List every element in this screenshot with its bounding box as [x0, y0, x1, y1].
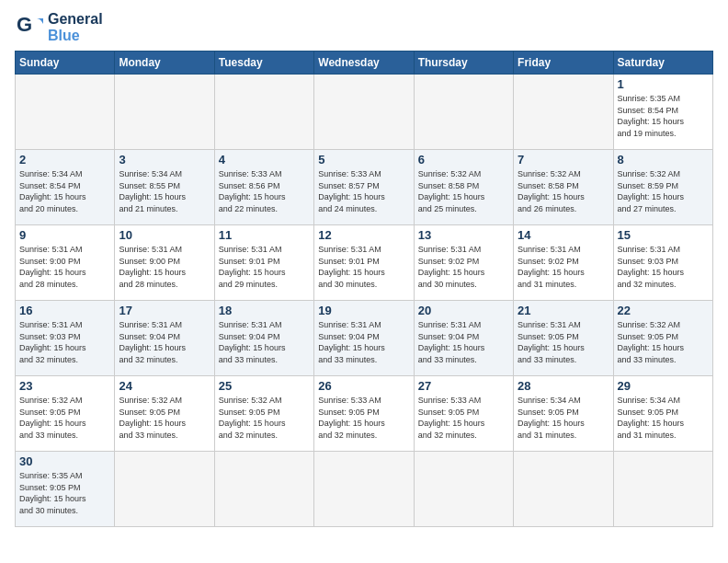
table-row: 17Sunrise: 5:31 AM Sunset: 9:04 PM Dayli…	[115, 301, 214, 376]
day-number: 26	[318, 379, 409, 393]
day-info: Sunrise: 5:35 AM Sunset: 8:54 PM Dayligh…	[618, 93, 709, 139]
day-info: Sunrise: 5:31 AM Sunset: 9:01 PM Dayligh…	[219, 244, 310, 290]
table-row	[314, 75, 414, 150]
table-row: 1Sunrise: 5:35 AM Sunset: 8:54 PM Daylig…	[613, 75, 712, 150]
calendar-row-1: 1Sunrise: 5:35 AM Sunset: 8:54 PM Daylig…	[16, 75, 713, 150]
logo: G General Blue	[15, 11, 103, 43]
table-row: 27Sunrise: 5:33 AM Sunset: 9:05 PM Dayli…	[414, 376, 513, 452]
calendar-table: Sunday Monday Tuesday Wednesday Thursday…	[15, 51, 713, 527]
table-row	[214, 452, 313, 527]
table-row	[514, 75, 613, 150]
table-row: 14Sunrise: 5:31 AM Sunset: 9:02 PM Dayli…	[514, 225, 613, 301]
day-number: 8	[618, 153, 709, 167]
day-info: Sunrise: 5:31 AM Sunset: 9:02 PM Dayligh…	[518, 244, 609, 290]
day-number: 7	[518, 153, 609, 167]
col-wednesday: Wednesday	[314, 52, 414, 75]
table-row: 2Sunrise: 5:34 AM Sunset: 8:54 PM Daylig…	[16, 150, 115, 225]
day-info: Sunrise: 5:34 AM Sunset: 8:55 PM Dayligh…	[119, 168, 210, 214]
day-info: Sunrise: 5:31 AM Sunset: 9:03 PM Dayligh…	[618, 244, 709, 290]
day-number: 2	[19, 153, 110, 167]
calendar-row-3: 9Sunrise: 5:31 AM Sunset: 9:00 PM Daylig…	[16, 225, 713, 301]
table-row	[414, 75, 513, 150]
table-row	[414, 452, 513, 527]
table-row: 29Sunrise: 5:34 AM Sunset: 9:05 PM Dayli…	[613, 376, 712, 452]
table-row: 28Sunrise: 5:34 AM Sunset: 9:05 PM Dayli…	[514, 376, 613, 452]
day-number: 18	[219, 304, 310, 317]
day-number: 25	[219, 379, 310, 393]
day-info: Sunrise: 5:34 AM Sunset: 9:05 PM Dayligh…	[618, 395, 709, 441]
day-info: Sunrise: 5:31 AM Sunset: 9:04 PM Dayligh…	[219, 319, 310, 365]
day-number: 29	[618, 379, 709, 393]
day-number: 27	[418, 379, 509, 393]
table-row: 9Sunrise: 5:31 AM Sunset: 9:00 PM Daylig…	[16, 225, 115, 301]
day-info: Sunrise: 5:32 AM Sunset: 8:58 PM Dayligh…	[418, 168, 509, 214]
table-row	[115, 75, 214, 150]
calendar-row-6: 30Sunrise: 5:35 AM Sunset: 9:05 PM Dayli…	[16, 452, 713, 527]
table-row: 22Sunrise: 5:32 AM Sunset: 9:05 PM Dayli…	[613, 301, 712, 376]
day-info: Sunrise: 5:31 AM Sunset: 9:01 PM Dayligh…	[318, 244, 409, 290]
col-thursday: Thursday	[414, 52, 513, 75]
calendar-row-4: 16Sunrise: 5:31 AM Sunset: 9:03 PM Dayli…	[16, 301, 713, 376]
col-saturday: Saturday	[613, 52, 712, 75]
day-number: 21	[518, 304, 609, 317]
day-info: Sunrise: 5:31 AM Sunset: 9:05 PM Dayligh…	[518, 319, 609, 365]
day-number: 22	[618, 304, 709, 317]
calendar-row-2: 2Sunrise: 5:34 AM Sunset: 8:54 PM Daylig…	[16, 150, 713, 225]
day-info: Sunrise: 5:33 AM Sunset: 9:05 PM Dayligh…	[418, 395, 509, 441]
table-row: 20Sunrise: 5:31 AM Sunset: 9:04 PM Dayli…	[414, 301, 513, 376]
day-number: 23	[19, 379, 110, 393]
day-info: Sunrise: 5:32 AM Sunset: 9:05 PM Dayligh…	[618, 319, 709, 365]
svg-text:G: G	[17, 13, 32, 36]
table-row: 24Sunrise: 5:32 AM Sunset: 9:05 PM Dayli…	[115, 376, 214, 452]
day-number: 15	[618, 228, 709, 242]
day-number: 6	[418, 153, 509, 167]
table-row: 18Sunrise: 5:31 AM Sunset: 9:04 PM Dayli…	[214, 301, 313, 376]
logo-general: General	[48, 11, 103, 28]
logo-blue: Blue	[48, 28, 103, 44]
col-tuesday: Tuesday	[214, 52, 313, 75]
day-info: Sunrise: 5:32 AM Sunset: 9:05 PM Dayligh…	[119, 395, 210, 441]
table-row	[16, 75, 115, 150]
table-row	[115, 452, 214, 527]
day-info: Sunrise: 5:32 AM Sunset: 8:58 PM Dayligh…	[518, 168, 609, 214]
calendar-header-row: Sunday Monday Tuesday Wednesday Thursday…	[16, 52, 713, 75]
table-row: 25Sunrise: 5:32 AM Sunset: 9:05 PM Dayli…	[214, 376, 313, 452]
header: G General Blue	[15, 11, 713, 43]
day-info: Sunrise: 5:33 AM Sunset: 9:05 PM Dayligh…	[318, 395, 409, 441]
calendar-row-5: 23Sunrise: 5:32 AM Sunset: 9:05 PM Dayli…	[16, 376, 713, 452]
day-info: Sunrise: 5:31 AM Sunset: 9:02 PM Dayligh…	[418, 244, 509, 290]
day-info: Sunrise: 5:31 AM Sunset: 9:03 PM Dayligh…	[19, 319, 110, 365]
day-number: 24	[119, 379, 210, 393]
day-number: 12	[318, 228, 409, 242]
col-monday: Monday	[115, 52, 214, 75]
table-row: 12Sunrise: 5:31 AM Sunset: 9:01 PM Dayli…	[314, 225, 414, 301]
table-row: 8Sunrise: 5:32 AM Sunset: 8:59 PM Daylig…	[613, 150, 712, 225]
table-row: 11Sunrise: 5:31 AM Sunset: 9:01 PM Dayli…	[214, 225, 313, 301]
day-number: 11	[219, 228, 310, 242]
day-number: 14	[518, 228, 609, 242]
table-row: 19Sunrise: 5:31 AM Sunset: 9:04 PM Dayli…	[314, 301, 414, 376]
day-info: Sunrise: 5:35 AM Sunset: 9:05 PM Dayligh…	[19, 470, 110, 516]
day-number: 19	[318, 304, 409, 317]
table-row: 15Sunrise: 5:31 AM Sunset: 9:03 PM Dayli…	[613, 225, 712, 301]
day-info: Sunrise: 5:33 AM Sunset: 8:57 PM Dayligh…	[318, 168, 409, 214]
day-info: Sunrise: 5:34 AM Sunset: 8:54 PM Dayligh…	[19, 168, 110, 214]
table-row: 4Sunrise: 5:33 AM Sunset: 8:56 PM Daylig…	[214, 150, 313, 225]
col-sunday: Sunday	[16, 52, 115, 75]
table-row: 30Sunrise: 5:35 AM Sunset: 9:05 PM Dayli…	[16, 452, 115, 527]
table-row	[314, 452, 414, 527]
day-info: Sunrise: 5:31 AM Sunset: 9:04 PM Dayligh…	[318, 319, 409, 365]
table-row	[214, 75, 313, 150]
table-row	[514, 452, 613, 527]
day-number: 20	[418, 304, 509, 317]
day-number: 30	[19, 454, 110, 468]
table-row: 6Sunrise: 5:32 AM Sunset: 8:58 PM Daylig…	[414, 150, 513, 225]
day-info: Sunrise: 5:31 AM Sunset: 9:00 PM Dayligh…	[19, 244, 110, 290]
day-info: Sunrise: 5:31 AM Sunset: 9:04 PM Dayligh…	[418, 319, 509, 365]
day-number: 5	[318, 153, 409, 167]
table-row: 3Sunrise: 5:34 AM Sunset: 8:55 PM Daylig…	[115, 150, 214, 225]
table-row: 21Sunrise: 5:31 AM Sunset: 9:05 PM Dayli…	[514, 301, 613, 376]
table-row: 5Sunrise: 5:33 AM Sunset: 8:57 PM Daylig…	[314, 150, 414, 225]
day-number: 10	[119, 228, 210, 242]
day-number: 16	[19, 304, 110, 317]
